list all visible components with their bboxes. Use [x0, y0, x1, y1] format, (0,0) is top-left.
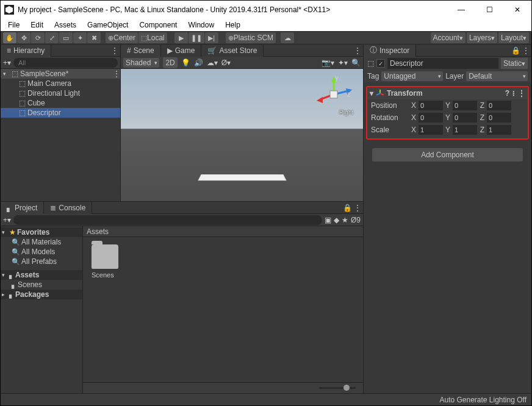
scene-viewport[interactable]: y z Right — [121, 69, 363, 201]
close-button[interactable]: ✕ — [503, 1, 531, 19]
expand-arrow-icon[interactable]: ▾ — [3, 71, 9, 77]
minimize-button[interactable]: ― — [447, 1, 475, 19]
custom-tool-button[interactable]: ✖ — [87, 32, 101, 43]
hierarchy-search-input[interactable] — [13, 58, 118, 68]
tag-dropdown[interactable]: Untagged — [381, 71, 443, 81]
audio-toggle-icon[interactable]: 🔊 — [194, 59, 203, 67]
project-content-area[interactable]: Scenes — [83, 237, 363, 382]
tab-project[interactable]: ▖Project — [1, 202, 44, 214]
move-tool-button[interactable]: ✥ — [17, 32, 31, 43]
play-button[interactable]: ▶ — [174, 32, 188, 43]
rotation-y-field[interactable] — [453, 113, 477, 123]
orientation-gizmo[interactable]: y z — [315, 76, 352, 113]
tab-scene[interactable]: #Scene — [121, 45, 161, 57]
scene-root[interactable]: ▾ ⬚ SampleScene* ⋮ — [1, 69, 120, 79]
status-text: Auto Generate Lighting Off — [439, 396, 527, 404]
favorites-header[interactable]: ▾★ Favorites — [1, 227, 82, 237]
2d-toggle[interactable]: 2D — [163, 57, 177, 68]
menu-help[interactable]: Help — [220, 20, 245, 30]
menu-gameobject[interactable]: GameObject — [82, 20, 133, 30]
scale-x-field[interactable] — [419, 125, 443, 135]
add-icon[interactable]: +▾ — [3, 59, 11, 67]
menu-component[interactable]: Component — [134, 20, 182, 30]
space-toggle[interactable]: ⬚Local — [138, 32, 167, 43]
hierarchy-icon: ≡ — [7, 46, 11, 55]
active-checkbox[interactable]: ✓ — [376, 59, 385, 68]
rect-tool-button[interactable]: ▭ — [59, 32, 73, 43]
fav-all-prefabs[interactable]: 🔍 All Prefabs — [1, 257, 82, 266]
gizmos-toggle-icon[interactable]: ✦▾ — [338, 59, 348, 67]
scale-tool-button[interactable]: ⤢ — [45, 32, 59, 43]
folder-icon[interactable] — [92, 244, 118, 269]
tab-asset-store[interactable]: 🛒Asset Store — [201, 45, 264, 57]
hidden-items-icon[interactable]: Ø9 — [351, 216, 361, 224]
tab-inspector[interactable]: ⓘInspector — [364, 45, 416, 57]
menu-window[interactable]: Window — [183, 20, 219, 30]
transform-tool-button[interactable]: ✦ — [73, 32, 87, 43]
inspector-menu-icon[interactable]: ⋮ — [520, 46, 531, 55]
hierarchy-menu-icon[interactable]: ⋮ — [109, 46, 120, 55]
project-menu-icon[interactable]: ⋮ — [352, 204, 363, 212]
hidden-toggle-icon[interactable]: Ø▾ — [221, 59, 231, 67]
position-y-field[interactable] — [453, 101, 477, 110]
tab-game[interactable]: ▶Game — [161, 45, 202, 57]
filter-type-icon[interactable]: ▣ — [325, 216, 331, 224]
breadcrumb[interactable]: Assets — [83, 226, 363, 237]
camera-icon[interactable]: 📷▾ — [322, 59, 334, 67]
position-z-field[interactable] — [487, 101, 511, 110]
pivot-toggle[interactable]: ⊕Center — [106, 32, 138, 43]
static-dropdown[interactable]: Static ▾ — [501, 58, 528, 69]
assets-header[interactable]: ▾▖ Assets — [1, 270, 82, 280]
thumbnail-size-slider[interactable] — [319, 387, 356, 389]
component-menu-icon[interactable]: ⋮ — [518, 89, 525, 98]
hand-tool-button[interactable]: ✋ — [3, 32, 16, 43]
fav-all-models[interactable]: 🔍 All Models — [1, 247, 82, 257]
fx-toggle-icon[interactable]: ☁▾ — [207, 59, 218, 67]
scale-y-field[interactable] — [453, 125, 477, 135]
rotation-z-field[interactable] — [487, 113, 511, 123]
vcs-button[interactable]: ⊕Plastic SCM — [226, 32, 276, 43]
help-icon[interactable]: ? — [505, 89, 509, 98]
foldout-arrow-icon[interactable]: ▾ — [370, 89, 373, 98]
cloud-button[interactable]: ☁ — [281, 32, 294, 43]
shading-dropdown[interactable]: Shaded — [123, 58, 159, 68]
object-name-input[interactable] — [387, 58, 498, 69]
gameobject-icon: ⬚ — [18, 109, 26, 117]
favorite-filter-icon[interactable]: ★ — [342, 216, 348, 224]
menu-edit[interactable]: Edit — [26, 20, 48, 30]
preset-icon[interactable]: ⫶ — [512, 89, 516, 98]
scale-z-field[interactable] — [487, 125, 511, 135]
scene-tab-menu-icon[interactable]: ⋮ — [352, 46, 363, 55]
hierarchy-item-main-camera[interactable]: ⬚Main Camera — [1, 79, 120, 88]
maximize-button[interactable]: ☐ — [475, 1, 503, 19]
add-icon[interactable]: +▾ — [3, 216, 11, 224]
step-button[interactable]: ▶| — [205, 32, 218, 43]
packages-header[interactable]: ▸▖ Packages — [1, 290, 82, 299]
fav-all-materials[interactable]: 🔍 All Materials — [1, 237, 82, 247]
tab-hierarchy[interactable]: ≡ Hierarchy — [1, 45, 51, 57]
account-dropdown[interactable]: Account ▾ — [431, 32, 466, 43]
hierarchy-item-cube[interactable]: ⬚Cube — [1, 98, 120, 108]
project-search-input[interactable] — [13, 215, 322, 225]
hierarchy-item-descriptor[interactable]: ⬚Descriptor — [1, 108, 120, 118]
rotate-tool-button[interactable]: ⟳ — [31, 32, 45, 43]
menu-file[interactable]: File — [3, 20, 24, 30]
inspector-lock-icon[interactable]: 🔒 — [511, 46, 520, 55]
hierarchy-item-directional-light[interactable]: ⬚Directional Light — [1, 88, 120, 98]
scene-menu-icon[interactable]: ⋮ — [113, 69, 120, 78]
menu-assets[interactable]: Assets — [49, 20, 81, 30]
light-toggle-icon[interactable]: 💡 — [181, 59, 190, 67]
layout-dropdown[interactable]: Layout ▾ — [498, 32, 529, 43]
layer-dropdown[interactable]: Default — [466, 71, 528, 81]
position-x-field[interactable] — [419, 101, 443, 110]
project-lock-icon[interactable]: 🔒 — [343, 204, 352, 212]
tab-console[interactable]: ≣Console — [44, 202, 92, 214]
rotation-x-field[interactable] — [419, 113, 443, 123]
pause-button[interactable]: ❚❚ — [189, 32, 204, 43]
assets-scenes[interactable]: ▖ Scenes — [1, 280, 82, 290]
layers-dropdown[interactable]: Layers ▾ — [467, 32, 497, 43]
filter-label-icon[interactable]: ◆ — [334, 216, 339, 224]
window-title: My project - SampleScene - PC, Mac & Lin… — [18, 5, 447, 14]
scene-search-icon[interactable]: 🔍 — [351, 59, 361, 67]
add-component-button[interactable]: Add Component — [372, 148, 523, 162]
